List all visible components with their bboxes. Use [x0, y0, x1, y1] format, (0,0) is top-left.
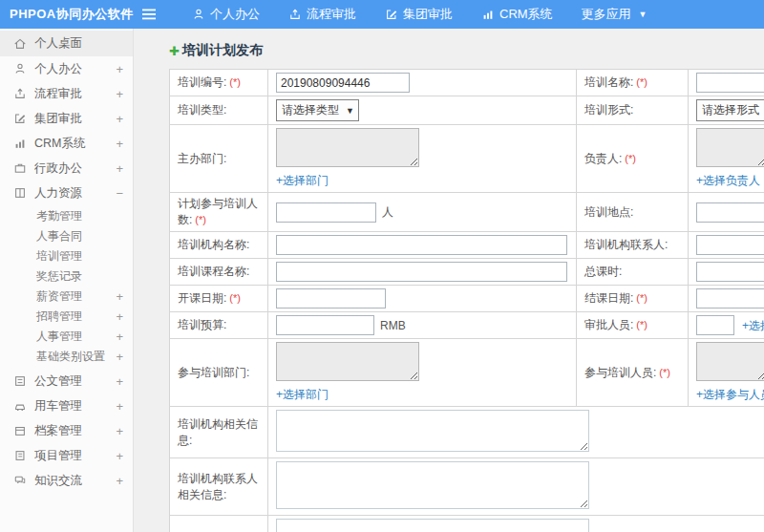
nav-workflow-approval[interactable]: 流程审批: [274, 0, 371, 29]
sidebar-subitem-training[interactable]: 培训管理: [0, 246, 133, 266]
menu-toggle-button[interactable]: [141, 8, 157, 21]
sidebar-item-label: 知识交流: [34, 473, 116, 489]
app-logo: PHPOA协同办公软件: [0, 6, 134, 23]
required-mark: (*): [636, 292, 647, 304]
training-type-select[interactable]: 请选择类型▼: [276, 99, 359, 121]
currency-suffix: RMB: [380, 319, 406, 332]
nav-personal-office[interactable]: 个人办公: [178, 0, 274, 29]
agency-contact-info-textarea[interactable]: [276, 461, 589, 509]
agency-info-textarea[interactable]: [276, 410, 589, 452]
sidebar-item-project[interactable]: 项目管理 +: [0, 443, 133, 468]
total-hours-input[interactable]: [696, 262, 764, 282]
subitem-label: 培训管理: [36, 248, 123, 265]
unit-suffix: 人: [382, 205, 393, 219]
select-responsible-link[interactable]: +选择负责人: [696, 173, 764, 189]
expand-toggle[interactable]: +: [116, 137, 123, 151]
training-form-select[interactable]: 请选择形式▼: [696, 99, 764, 121]
training-requirements-textarea[interactable]: [276, 519, 589, 532]
expand-toggle[interactable]: +: [116, 289, 123, 304]
form-row-training-requirements: 培训要求:: [170, 516, 764, 532]
form-row-participating-departments: 参与培训部门: +选择部门 参与培训人员:(*) +选择参与人员: [170, 339, 764, 407]
doc-icon: [13, 374, 27, 388]
archive-icon: [13, 424, 27, 437]
select-participants-link[interactable]: +选择参与人员: [696, 387, 764, 403]
sidebar-subitem-personnel[interactable]: 人事管理 +: [0, 327, 133, 347]
agency-contact-input[interactable]: [696, 235, 764, 255]
chart-icon: [13, 137, 27, 150]
form-row-budget: 培训预算: RMB 审批人员:(*) +选择审批人员: [170, 312, 764, 339]
approver-input[interactable]: [696, 315, 734, 335]
participating-departments-textarea[interactable]: [276, 342, 419, 381]
expand-toggle[interactable]: +: [116, 330, 123, 344]
sidebar-item-vehicle[interactable]: 用车管理 +: [0, 394, 133, 418]
expand-toggle[interactable]: +: [116, 62, 123, 76]
participants-textarea[interactable]: [696, 342, 764, 381]
participant-count-input[interactable]: [276, 202, 376, 223]
course-name-input[interactable]: [276, 262, 567, 282]
form-row-participant-count: 计划参与培训人数:(*) 人 培训地点:: [170, 193, 764, 232]
expand-toggle[interactable]: +: [116, 350, 123, 364]
expand-toggle[interactable]: +: [116, 87, 123, 101]
expand-toggle[interactable]: +: [116, 309, 123, 324]
sidebar-item-archive[interactable]: 档案管理 +: [0, 418, 133, 443]
sidebar-item-label: 行政办公: [34, 160, 116, 177]
sidebar-item-knowledge[interactable]: 知识交流 +: [0, 468, 133, 493]
expand-toggle[interactable]: +: [116, 399, 123, 414]
nav-label: CRM系统: [499, 6, 553, 23]
select-department-link[interactable]: +选择部门: [276, 387, 568, 403]
field-label: 培训机构联系人相关信息:: [170, 458, 268, 516]
sidebar-item-admin-office[interactable]: 行政办公 +: [0, 156, 133, 181]
main-content: ✚ 培训计划发布 培训编号:(*) 培训名称:(*) 培训类型: 请选择类型▼: [134, 29, 764, 532]
training-name-input[interactable]: [696, 73, 764, 93]
field-label: 培训机构相关信息:: [170, 407, 268, 458]
expand-toggle[interactable]: +: [116, 424, 123, 438]
select-department-link[interactable]: +选择部门: [276, 173, 568, 189]
sidebar-subitem-salary[interactable]: 薪资管理 +: [0, 287, 133, 307]
expand-toggle[interactable]: +: [116, 474, 123, 488]
expand-toggle[interactable]: +: [116, 449, 123, 463]
sidebar-item-group-approval[interactable]: 集团审批 +: [0, 106, 133, 131]
nav-label: 更多应用: [582, 6, 631, 23]
nav-label: 流程审批: [307, 6, 356, 23]
agency-name-input[interactable]: [276, 235, 567, 255]
sidebar-subitem-reward-record[interactable]: 奖惩记录: [0, 266, 133, 287]
field-label: 培训编号:(*): [170, 70, 268, 96]
sidebar-item-label: 流程审批: [34, 86, 116, 102]
training-location-input[interactable]: [696, 202, 764, 223]
sidebar-item-personal-desktop[interactable]: 个人桌面: [0, 31, 133, 56]
sidebar-subitem-hr-contract[interactable]: 人事合同: [0, 226, 133, 246]
sidebar-item-personal-office[interactable]: 个人办公 +: [0, 56, 133, 81]
collapse-toggle[interactable]: −: [116, 186, 123, 201]
sidebar-item-hr[interactable]: 人力资源 −: [0, 181, 133, 205]
sidebar-item-label: 项目管理: [34, 448, 116, 464]
nav-group-approval[interactable]: 集团审批: [371, 0, 467, 29]
expand-toggle[interactable]: +: [116, 112, 123, 126]
training-number-input[interactable]: [276, 73, 410, 93]
user-icon: [192, 8, 205, 21]
field-label: 培训要求:: [170, 516, 268, 532]
sidebar-item-label: 用车管理: [34, 398, 116, 415]
nav-crm-system[interactable]: CRM系统: [467, 0, 567, 29]
field-label: 主办部门:: [170, 125, 268, 193]
budget-input[interactable]: [276, 315, 374, 335]
field-label: 培训机构名称:: [170, 232, 268, 259]
sidebar-subitem-base-category[interactable]: 基础类别设置 +: [0, 347, 133, 367]
select-approver-link[interactable]: +选择审批人员: [742, 319, 764, 332]
field-label: 培训形式:: [577, 96, 689, 125]
responsible-person-textarea[interactable]: [696, 128, 764, 167]
field-label: 结课日期:(*): [577, 286, 689, 312]
host-department-textarea[interactable]: [276, 128, 419, 167]
expand-toggle[interactable]: +: [116, 161, 123, 176]
hr-submenu: 考勤管理 人事合同 培训管理 奖惩记录 薪资管理 + 招聘管理 + 人事管理 +…: [0, 205, 133, 369]
sidebar-subitem-attendance[interactable]: 考勤管理: [0, 206, 133, 226]
sidebar-item-workflow-approval[interactable]: 流程审批 +: [0, 81, 133, 106]
nav-more-apps[interactable]: 更多应用 ▼: [567, 0, 662, 29]
sidebar-item-crm[interactable]: CRM系统 +: [0, 131, 133, 156]
sidebar-item-official-doc[interactable]: 公文管理 +: [0, 369, 133, 394]
sidebar-subitem-recruitment[interactable]: 招聘管理 +: [0, 307, 133, 327]
subitem-label: 招聘管理: [36, 309, 116, 325]
subitem-label: 考勤管理: [36, 208, 123, 224]
expand-toggle[interactable]: +: [116, 374, 123, 389]
end-date-input[interactable]: [696, 288, 764, 309]
start-date-input[interactable]: [276, 288, 386, 309]
